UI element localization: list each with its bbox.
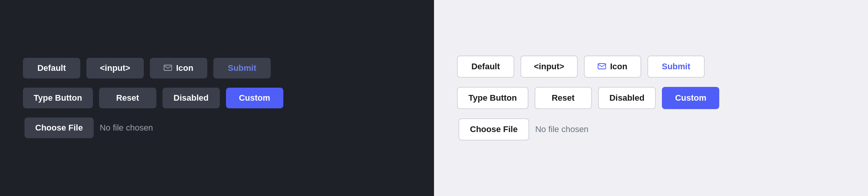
dark-custom-button[interactable]: Custom [226, 88, 283, 108]
dark-type-button[interactable]: Type Button [23, 88, 93, 108]
dark-custom-label: Custom [239, 93, 270, 103]
light-default-button[interactable]: Default [457, 56, 514, 78]
dark-file-row: Choose File No file chosen [24, 118, 411, 138]
light-submit-label: Submit [662, 62, 691, 72]
envelope-icon-light [598, 62, 606, 72]
dark-choose-file-button[interactable]: Choose File [24, 118, 94, 138]
light-type-button[interactable]: Type Button [457, 87, 528, 109]
dark-submit-label: Submit [228, 63, 257, 73]
dark-icon-button[interactable]: Icon [150, 58, 207, 78]
light-input-button[interactable]: <input> [520, 56, 578, 78]
light-default-label: Default [471, 62, 500, 72]
light-type-label: Type Button [468, 93, 517, 103]
light-file-row: Choose File No file chosen [458, 118, 845, 140]
light-file-label: Choose File [470, 124, 518, 134]
light-disabled-label: Disabled [610, 93, 645, 103]
dark-no-file-text: No file chosen [100, 123, 153, 133]
dark-disabled-label: Disabled [174, 93, 209, 103]
light-choose-file-button[interactable]: Choose File [458, 118, 529, 140]
light-no-file-text: No file chosen [535, 124, 588, 134]
dark-row-2: Type Button Reset Disabled Custom [23, 88, 411, 108]
light-row-1: Default <input> Icon Submit [457, 56, 845, 78]
light-custom-label: Custom [675, 93, 706, 103]
light-disabled-button[interactable]: Disabled [598, 87, 656, 109]
light-custom-button[interactable]: Custom [662, 87, 719, 109]
light-reset-label: Reset [552, 93, 575, 103]
dark-row-1: Default <input> Icon Submit [23, 58, 411, 78]
dark-panel: Default <input> Icon Submit Type Button … [0, 0, 434, 196]
dark-reset-button[interactable]: Reset [99, 88, 156, 108]
light-input-label: <input> [534, 62, 564, 72]
light-submit-button[interactable]: Submit [647, 56, 705, 78]
light-row-2: Type Button Reset Disabled Custom [457, 87, 845, 109]
dark-file-label: Choose File [35, 123, 83, 132]
dark-icon-label: Icon [176, 63, 193, 73]
dark-default-button[interactable]: Default [23, 58, 80, 78]
dark-type-label: Type Button [34, 93, 82, 103]
light-icon-label: Icon [610, 62, 627, 72]
envelope-icon [164, 63, 172, 73]
dark-input-button[interactable]: <input> [86, 58, 144, 78]
dark-reset-label: Reset [116, 93, 139, 103]
dark-submit-button[interactable]: Submit [213, 58, 271, 78]
light-icon-button[interactable]: Icon [584, 56, 641, 78]
dark-disabled-button[interactable]: Disabled [163, 88, 220, 108]
light-panel: Default <input> Icon Submit Type Button … [434, 0, 868, 196]
light-reset-button[interactable]: Reset [535, 87, 592, 109]
dark-input-label: <input> [100, 63, 130, 73]
dark-default-label: Default [37, 63, 66, 73]
